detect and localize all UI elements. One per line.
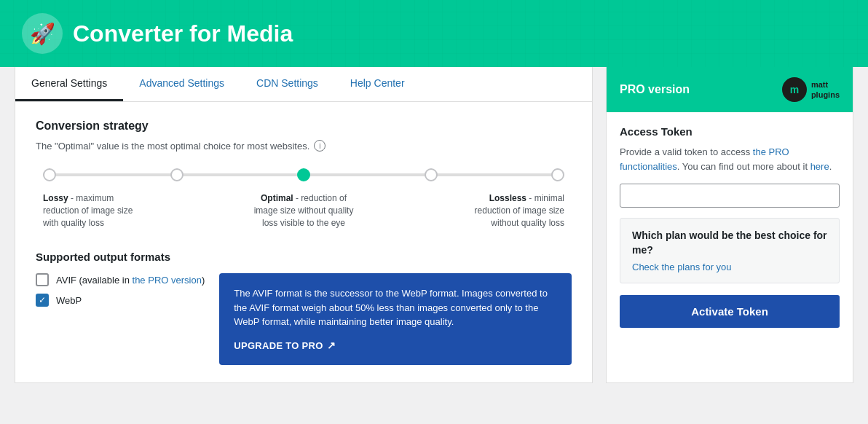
pro-header: PRO version m mattplugins bbox=[607, 67, 853, 112]
pro-version-link[interactable]: the PRO version bbox=[133, 275, 202, 286]
slider-dots bbox=[43, 166, 564, 184]
plan-box: Which plan would be the best choice for … bbox=[620, 218, 840, 283]
slider-dot-5[interactable] bbox=[551, 168, 564, 181]
plan-question: Which plan would be the best choice for … bbox=[632, 229, 827, 257]
mp-logo-circle: m bbox=[782, 77, 807, 102]
slider-labels: Lossy - maximumreduction of image sizewi… bbox=[43, 192, 564, 229]
mp-logo-letter: m bbox=[790, 84, 799, 95]
format-item-avif: AVIF (available in the PRO version) bbox=[36, 273, 205, 286]
left-panel: General Settings Advanced Settings CDN S… bbox=[15, 67, 593, 383]
slider-dot-4[interactable] bbox=[425, 168, 438, 181]
webp-label: WebP bbox=[56, 295, 82, 306]
slider-label-lossy: Lossy - maximumreduction of image sizewi… bbox=[43, 192, 217, 229]
access-token-title: Access Token bbox=[620, 125, 840, 138]
slider-label-lossless: Lossless - minimalreduction of image siz… bbox=[390, 192, 564, 229]
tab-general[interactable]: General Settings bbox=[15, 67, 123, 101]
pro-header-title: PRO version bbox=[620, 83, 690, 96]
mp-logo-text: mattplugins bbox=[811, 79, 840, 101]
external-link-icon: ↗ bbox=[327, 338, 336, 353]
check-plans-link[interactable]: Check the plans for you bbox=[632, 262, 732, 272]
pro-panel: PRO version m mattplugins Access Token P… bbox=[606, 67, 853, 383]
format-list: AVIF (available in the PRO version) ✓ We… bbox=[36, 273, 205, 314]
activate-token-button[interactable]: Activate Token bbox=[620, 295, 840, 328]
tab-advanced[interactable]: Advanced Settings bbox=[123, 67, 240, 101]
app-title: Converter for Media bbox=[73, 20, 293, 47]
conversion-slider[interactable]: Lossy - maximumreduction of image sizewi… bbox=[36, 166, 572, 229]
slider-dot-1[interactable] bbox=[43, 168, 56, 181]
tab-help[interactable]: Help Center bbox=[334, 67, 421, 101]
formats-layout: AVIF (available in the PRO version) ✓ We… bbox=[36, 273, 572, 365]
slider-label-optimal: Optimal - reduction ofimage size without… bbox=[217, 192, 391, 229]
content-area: Conversion strategy The "Optimal" value … bbox=[15, 102, 592, 382]
avif-promo-box: The AVIF format is the successor to the … bbox=[219, 273, 572, 365]
conversion-strategy-note: The "Optimal" value is the most optimal … bbox=[36, 140, 572, 152]
tab-bar: General Settings Advanced Settings CDN S… bbox=[15, 67, 592, 102]
access-token-input[interactable] bbox=[620, 184, 840, 208]
avif-label: AVIF (available in the PRO version) bbox=[56, 275, 205, 286]
slider-dot-2[interactable] bbox=[170, 168, 184, 181]
main-container: General Settings Advanced Settings CDN S… bbox=[0, 67, 868, 398]
app-header: 🚀 Converter for Media bbox=[0, 0, 868, 67]
webp-checkbox[interactable]: ✓ bbox=[36, 294, 49, 307]
tab-cdn[interactable]: CDN Settings bbox=[240, 67, 334, 101]
upgrade-to-pro-link[interactable]: UPGRADE TO PRO ↗ bbox=[234, 338, 336, 353]
pro-content: Access Token Provide a valid token to ac… bbox=[607, 112, 853, 341]
info-icon[interactable]: i bbox=[314, 140, 326, 152]
formats-title: Supported output formats bbox=[36, 251, 572, 263]
avif-checkbox[interactable] bbox=[36, 273, 49, 286]
slider-track-wrapper bbox=[43, 166, 564, 184]
rocket-icon: 🚀 bbox=[22, 13, 63, 54]
access-token-desc: Provide a valid token to access the PRO … bbox=[620, 145, 840, 173]
format-item-webp: ✓ WebP bbox=[36, 294, 205, 307]
slider-dot-optimal[interactable] bbox=[297, 168, 310, 181]
matt-plugins-logo: m mattplugins bbox=[782, 77, 840, 102]
conversion-strategy-title: Conversion strategy bbox=[36, 119, 572, 133]
promo-text: The AVIF format is the successor to the … bbox=[234, 286, 557, 329]
here-link[interactable]: here bbox=[810, 161, 829, 172]
supported-formats-section: Supported output formats AVIF (available… bbox=[36, 251, 572, 365]
